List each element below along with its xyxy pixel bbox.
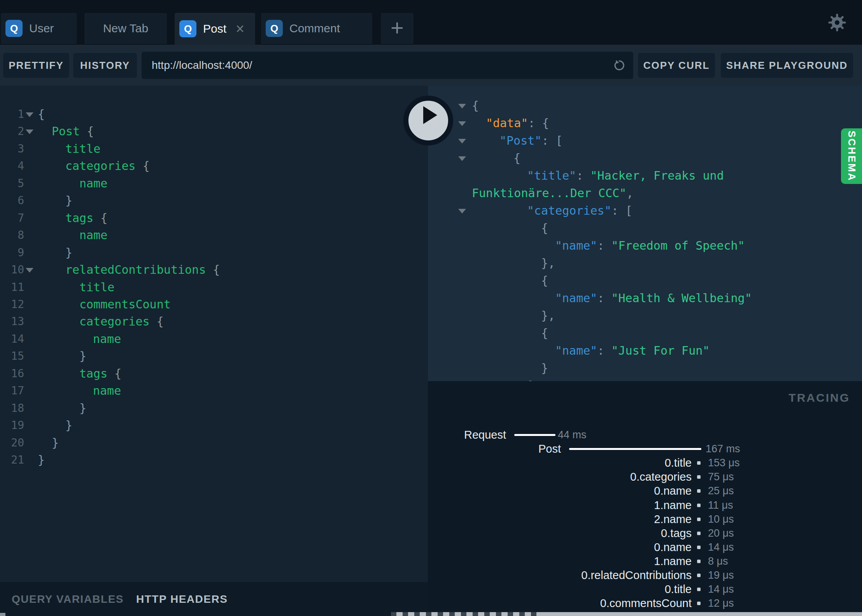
tracing-dot: [697, 518, 701, 521]
tracing-label: 1.name: [428, 498, 692, 512]
code-text: name: [79, 227, 107, 244]
share-playground-button[interactable]: SHARE PLAYGROUND: [721, 53, 853, 78]
fold-arrow-icon[interactable]: [26, 130, 33, 134]
tracing-dot: [697, 475, 701, 479]
tracing-row: 0.categories75 μs: [428, 470, 862, 484]
reload-icon[interactable]: [612, 58, 626, 72]
tracing-value: 14 μs: [708, 582, 734, 596]
tracing-value: 8 μs: [708, 554, 728, 568]
token-p: {: [541, 274, 548, 287]
tracing-label: Request: [428, 428, 506, 442]
line-number: 21: [0, 452, 24, 469]
tracing-value: 167 ms: [706, 442, 740, 456]
token-b: "title": [527, 169, 576, 182]
fold-arrow-icon[interactable]: [458, 209, 466, 214]
token-g: title: [65, 142, 100, 156]
token-b: "name": [555, 344, 597, 357]
code-text: title: [65, 140, 100, 158]
tab-new-tab[interactable]: New Tab: [84, 13, 167, 44]
tracing-row: 0.name14 μs: [428, 540, 862, 554]
code-text: "name": "Just For Fun": [555, 342, 710, 359]
fold-arrow-icon[interactable]: [26, 112, 33, 117]
tracing-label: 1.name: [428, 554, 692, 568]
prettify-button[interactable]: PRETTIFY: [3, 53, 69, 78]
code-text: {: [472, 97, 479, 114]
line-number: 19: [0, 417, 24, 434]
code-text: }: [79, 348, 86, 365]
line-number: 10: [0, 261, 24, 278]
query-type-badge: Q: [5, 20, 23, 37]
line-number: 15: [0, 348, 24, 365]
tracing-dot: [697, 546, 701, 549]
code-text: },: [541, 307, 555, 324]
fold-arrow-icon[interactable]: [458, 139, 466, 144]
code-text: {: [541, 220, 548, 237]
tracing-label: 0.name: [428, 540, 692, 554]
query-line: 5name: [0, 175, 428, 192]
query-editor[interactable]: 1{2Post {3title4categories {5name6}7tags…: [0, 86, 428, 616]
query-line: 1{: [0, 106, 428, 123]
fold-arrow-icon[interactable]: [458, 121, 466, 126]
tracing-label: 0.title: [428, 456, 692, 470]
close-tab-icon[interactable]: ×: [236, 21, 244, 36]
response-line: },: [428, 307, 862, 324]
line-number: 6: [0, 192, 24, 209]
fold-arrow-icon[interactable]: [458, 104, 466, 108]
token-p: :: [597, 239, 611, 252]
token-p: :: [576, 169, 590, 182]
token-p: }: [541, 361, 548, 375]
horizontal-scrollbar[interactable]: [391, 612, 862, 616]
token-p: : {: [528, 116, 549, 130]
settings-gear-icon[interactable]: [828, 13, 846, 32]
tab-post[interactable]: QPost×: [175, 13, 255, 45]
token-b: "Post": [499, 134, 541, 147]
line-number: 20: [0, 434, 24, 452]
code-text: {: [541, 325, 548, 342]
code-text: commentsCount: [79, 296, 171, 313]
history-button[interactable]: HISTORY: [73, 53, 137, 78]
tab-query-variables[interactable]: QUERY VARIABLES: [12, 593, 124, 606]
token-p: }: [79, 349, 86, 363]
token-p: ,: [626, 186, 633, 200]
token-g: relatedContributions: [65, 263, 213, 276]
tracing-row: 0.name25 μs: [428, 484, 862, 498]
tab-user[interactable]: QUser: [1, 13, 77, 44]
tab-http-headers[interactable]: HTTP HEADERS: [136, 593, 228, 606]
code-text: }: [52, 434, 59, 452]
endpoint-input[interactable]: [142, 52, 633, 79]
code-text: {: [541, 272, 548, 289]
tracing-row: 0.title153 μs: [428, 456, 862, 470]
token-p: {: [114, 367, 121, 380]
token-g: name: [93, 384, 121, 397]
tab-comment[interactable]: QComment: [261, 13, 372, 44]
tracing-value: 10 μs: [708, 512, 734, 526]
scrollbar-thumb[interactable]: [391, 612, 541, 616]
fold-arrow-icon[interactable]: [458, 156, 466, 161]
tracing-row: Post167 ms: [428, 442, 862, 456]
code-text: },: [541, 255, 555, 272]
tracing-value: 11 μs: [708, 498, 733, 512]
line-number: 13: [0, 313, 24, 330]
fold-arrow-icon[interactable]: [26, 268, 33, 273]
code-text: tags {: [79, 365, 121, 382]
token-p: {: [213, 263, 220, 276]
new-tab-button[interactable]: +: [381, 13, 413, 44]
copy-curl-button[interactable]: COPY CURL: [638, 53, 715, 78]
token-p: {: [157, 315, 164, 328]
schema-tab[interactable]: SCHEMA: [841, 128, 862, 184]
response-line: "data": {: [428, 115, 862, 132]
line-number: 11: [0, 279, 24, 296]
response-line: "name": "Just For Fun": [428, 342, 862, 359]
execute-button[interactable]: [403, 96, 453, 145]
query-line: 19}: [0, 417, 428, 434]
tracing-panel[interactable]: TRACING Request44 msPost167 ms0.title153…: [428, 381, 862, 616]
response-line: }: [428, 360, 862, 377]
tracing-row: 0.tags20 μs: [428, 526, 862, 540]
tracing-value: 25 μs: [708, 484, 734, 498]
query-line: 16tags {: [0, 365, 428, 382]
code-text: }: [541, 360, 548, 377]
code-text: "title": "Hacker, Freaks und: [527, 167, 724, 184]
token-v: "Freedom of Speech": [611, 239, 745, 252]
query-line: 15}: [0, 348, 428, 365]
tracing-bar: [514, 434, 555, 436]
